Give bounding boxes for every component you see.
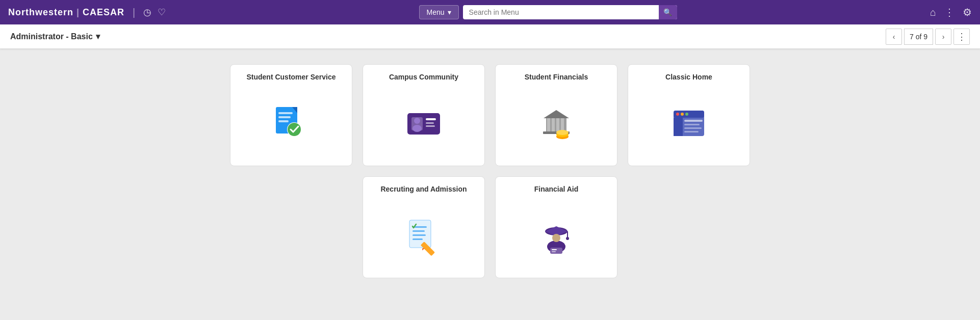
card-title-student-customer-service: Student Customer Service bbox=[246, 73, 336, 81]
card-student-financials[interactable]: Student Financials bbox=[495, 64, 617, 166]
page-info: 7 of 9 bbox=[904, 29, 933, 45]
admin-title-text: Administrator - Basic bbox=[10, 32, 93, 41]
top-navigation: Northwestern|CAESAR | ◷ ♡ Menu ▾ 🔍 ⌂ ⋮ ⚙ bbox=[0, 0, 980, 24]
svg-point-46 bbox=[566, 237, 569, 240]
svg-rect-30 bbox=[674, 118, 683, 136]
search-wrapper: 🔍 bbox=[463, 5, 677, 19]
svg-rect-12 bbox=[426, 122, 434, 124]
svg-rect-34 bbox=[684, 131, 699, 132]
svg-rect-33 bbox=[684, 127, 702, 129]
svg-rect-1 bbox=[278, 112, 293, 114]
prev-page-button[interactable]: ‹ bbox=[886, 29, 902, 45]
svg-rect-13 bbox=[426, 125, 435, 127]
card-financial-aid[interactable]: Financial Aid bbox=[495, 176, 617, 278]
card-recruiting-admission[interactable]: Recruting and Admission bbox=[363, 176, 485, 278]
svg-rect-32 bbox=[684, 124, 700, 125]
card-icon-campus-community bbox=[403, 89, 444, 157]
svg-rect-15 bbox=[547, 118, 550, 132]
svg-rect-16 bbox=[552, 118, 555, 132]
svg-rect-17 bbox=[556, 118, 559, 132]
svg-rect-35 bbox=[409, 220, 431, 248]
card-classic-home[interactable]: Classic Home bbox=[628, 64, 750, 166]
svg-point-27 bbox=[676, 113, 679, 116]
card-title-financial-aid: Financial Aid bbox=[534, 185, 579, 193]
svg-marker-19 bbox=[544, 110, 569, 118]
svg-rect-49 bbox=[550, 248, 562, 254]
next-page-button[interactable]: › bbox=[935, 29, 951, 45]
pagination-controls: ‹ 7 of 9 › ⋮ bbox=[886, 29, 970, 45]
admin-title-button[interactable]: Administrator - Basic ▾ bbox=[10, 32, 100, 41]
card-title-campus-community: Campus Community bbox=[389, 73, 458, 81]
svg-rect-11 bbox=[426, 118, 436, 120]
svg-rect-31 bbox=[684, 120, 703, 122]
search-icon: 🔍 bbox=[663, 8, 672, 16]
card-campus-community[interactable]: Campus Community bbox=[363, 64, 485, 166]
main-content: Student Customer Service bbox=[0, 49, 980, 294]
logo-divider: | bbox=[76, 7, 80, 17]
logo-northwestern: Northwestern bbox=[8, 7, 73, 17]
logo: Northwestern|CAESAR bbox=[8, 7, 124, 18]
card-title-recruiting-admission: Recruting and Admission bbox=[380, 185, 467, 193]
help-icon[interactable]: ⚙ bbox=[963, 6, 972, 18]
svg-point-48 bbox=[552, 234, 560, 242]
card-icon-classic-home bbox=[668, 89, 709, 157]
svg-rect-40 bbox=[412, 238, 423, 240]
svg-rect-39 bbox=[412, 234, 426, 236]
svg-point-10 bbox=[412, 125, 422, 132]
svg-point-9 bbox=[414, 118, 420, 124]
svg-rect-51 bbox=[552, 251, 556, 252]
card-icon-student-customer-service bbox=[271, 89, 312, 157]
history-icon[interactable]: ◷ bbox=[143, 7, 151, 18]
nav-center: Menu ▾ 🔍 bbox=[419, 5, 677, 19]
svg-point-6 bbox=[288, 123, 301, 136]
card-icon-recruiting-admission bbox=[403, 201, 444, 270]
svg-point-29 bbox=[685, 113, 688, 116]
card-title-classic-home: Classic Home bbox=[665, 73, 712, 81]
home-icon[interactable]: ⌂ bbox=[930, 7, 936, 18]
nav-right: ⌂ ⋮ ⚙ bbox=[930, 6, 972, 18]
sub-header: Administrator - Basic ▾ ‹ 7 of 9 › ⋮ bbox=[0, 24, 980, 49]
card-icon-student-financials bbox=[536, 89, 577, 157]
nav-left: Northwestern|CAESAR | ◷ ♡ bbox=[8, 7, 166, 18]
menu-chevron-icon: ▾ bbox=[448, 8, 451, 16]
search-input[interactable] bbox=[463, 5, 677, 19]
pipe-divider: | bbox=[133, 7, 135, 18]
svg-point-23 bbox=[556, 130, 569, 135]
search-button[interactable]: 🔍 bbox=[659, 5, 677, 19]
menu-button[interactable]: Menu ▾ bbox=[419, 5, 459, 19]
page-more-button[interactable]: ⋮ bbox=[953, 29, 970, 45]
menu-label: Menu bbox=[427, 8, 445, 16]
svg-rect-2 bbox=[278, 116, 291, 118]
cards-row-1: Student Customer Service bbox=[20, 64, 960, 166]
svg-rect-50 bbox=[552, 249, 557, 250]
svg-rect-38 bbox=[412, 230, 425, 232]
svg-point-28 bbox=[681, 113, 684, 116]
more-vertical-icon[interactable]: ⋮ bbox=[944, 6, 955, 18]
admin-dropdown-icon: ▾ bbox=[96, 32, 100, 41]
card-student-customer-service[interactable]: Student Customer Service bbox=[230, 64, 352, 166]
logo-caesar: CAESAR bbox=[83, 7, 124, 17]
card-icon-financial-aid bbox=[536, 201, 577, 270]
card-title-student-financials: Student Financials bbox=[525, 73, 588, 81]
cards-row-2: Recruting and Admission bbox=[20, 176, 960, 278]
favorite-icon[interactable]: ♡ bbox=[158, 7, 166, 18]
svg-rect-3 bbox=[278, 120, 289, 122]
